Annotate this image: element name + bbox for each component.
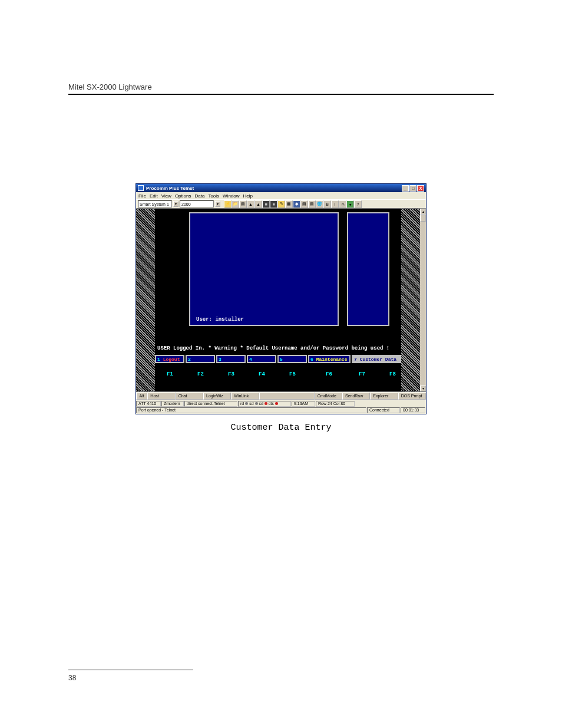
fkey-f5: F5 bbox=[289, 371, 296, 377]
lightning-icon[interactable]: ⚡ bbox=[224, 200, 232, 208]
fkey-f7: F7 bbox=[359, 371, 365, 377]
status-connected: Connected bbox=[367, 407, 400, 413]
tab-blank[interactable] bbox=[259, 393, 315, 400]
list1-icon[interactable]: ▤ bbox=[300, 200, 308, 208]
tab-explorer[interactable]: Explorer bbox=[370, 393, 398, 400]
tab-dosprmpt[interactable]: DOS Prmpt bbox=[398, 393, 426, 400]
softkey-6-maintenance[interactable]: 6 Maintenance bbox=[308, 355, 351, 363]
softkey-2[interactable]: 2 bbox=[186, 355, 215, 363]
fkey-f2: F2 bbox=[197, 371, 204, 377]
menu-edit[interactable]: Edit bbox=[150, 193, 158, 199]
fkey-f8: F8 bbox=[389, 371, 396, 377]
print-icon[interactable]: ⎙ bbox=[339, 200, 346, 208]
screen2-icon[interactable]: ■ bbox=[270, 200, 277, 208]
port-dropdown[interactable]: 2000 bbox=[180, 200, 214, 207]
menu-tools[interactable]: Tools bbox=[208, 193, 219, 199]
cts-led-icon bbox=[275, 402, 278, 405]
menu-options[interactable]: Options bbox=[175, 193, 191, 199]
screen1-icon[interactable]: ■ bbox=[262, 200, 270, 208]
down-icon[interactable]: ▲ bbox=[254, 200, 262, 208]
app-icon bbox=[138, 185, 144, 191]
fkey-f4: F4 bbox=[259, 371, 265, 377]
port-caret-icon[interactable]: ▾ bbox=[215, 201, 220, 207]
scroll-thumb[interactable] bbox=[420, 215, 426, 222]
softkey-7-customer-data[interactable]: 7 Customer Data bbox=[352, 355, 401, 363]
menu-view[interactable]: View bbox=[161, 193, 171, 199]
session-caret-icon[interactable]: ▾ bbox=[173, 201, 178, 207]
terminal-screen[interactable]: User: installer USER Logged In. * Warnin… bbox=[155, 209, 401, 391]
figure-caption: Customer Data Entry bbox=[135, 423, 427, 433]
status-time: 9:13AM bbox=[292, 401, 315, 407]
terminal-main-box bbox=[189, 212, 339, 326]
doc-icon[interactable]: ▤ bbox=[239, 200, 247, 208]
bottom-tabs: Alt Host Chat LoginWiz WinLink CmdMode S… bbox=[136, 391, 426, 400]
status-port: Port opened - Telnet bbox=[136, 407, 366, 413]
hatch-left bbox=[136, 209, 155, 391]
status-elapsed: 00:01:33 bbox=[401, 407, 425, 413]
softkey-4[interactable]: 4 bbox=[247, 355, 276, 363]
toolbar-icons: ⚡ 📁 ▤ ▲ ▲ ■ ■ ✎ ▦ ◆ ▤ ▤ 🌐 B i ⎙ ● bbox=[224, 200, 362, 208]
window-controls: _ □ X bbox=[402, 185, 424, 192]
vertical-scrollbar[interactable]: ▴ ▾ bbox=[420, 209, 426, 391]
help-icon[interactable]: ? bbox=[354, 200, 362, 208]
maximize-button[interactable]: □ bbox=[409, 185, 416, 192]
menu-file[interactable]: File bbox=[138, 193, 146, 199]
bold-icon[interactable]: B bbox=[323, 200, 331, 208]
status-conn-type: direct connect-Telnet bbox=[184, 401, 237, 407]
softkey-3[interactable]: 3 bbox=[216, 355, 246, 363]
tab-sendraw[interactable]: SendRaw bbox=[342, 393, 370, 400]
hatch-right bbox=[401, 209, 420, 391]
scroll-down-icon[interactable]: ▾ bbox=[420, 386, 426, 391]
blue1-icon[interactable]: ◆ bbox=[293, 200, 300, 208]
tab-chat[interactable]: Chat bbox=[176, 393, 203, 400]
tab-winlink[interactable]: WinLink bbox=[231, 393, 259, 400]
fkey-f6: F6 bbox=[326, 371, 332, 377]
session-value: Smart System 1 bbox=[140, 202, 169, 206]
tab-cmdmode[interactable]: CmdMode bbox=[315, 393, 342, 400]
page-number: 38 bbox=[68, 674, 193, 682]
list2-icon[interactable]: ▤ bbox=[308, 200, 316, 208]
up-icon[interactable]: ▲ bbox=[247, 200, 254, 208]
window-title: Procomm Plus Telnet bbox=[146, 186, 402, 191]
close-button[interactable]: X bbox=[417, 185, 424, 192]
tab-alt[interactable]: Alt bbox=[136, 393, 147, 400]
status-leds: rd sd cd cts bbox=[238, 401, 291, 407]
info-icon[interactable]: i bbox=[331, 200, 339, 208]
screenshot-figure: Procomm Plus Telnet _ □ X File Edit View… bbox=[135, 183, 427, 433]
tab-host[interactable]: Host bbox=[147, 393, 175, 400]
app-window: Procomm Plus Telnet _ □ X File Edit View… bbox=[135, 183, 427, 414]
session-dropdown[interactable]: Smart System 1 bbox=[138, 200, 172, 207]
fkey-row: F1 F2 F3 F4 F5 F6 F7 F8 bbox=[155, 371, 401, 378]
cd-led-icon bbox=[265, 402, 267, 405]
port-value: 2000 bbox=[181, 202, 191, 206]
green-icon[interactable]: ● bbox=[346, 200, 354, 208]
page-footer: 38 bbox=[68, 670, 193, 682]
status-bar-2: Port opened - Telnet Connected 00:01:33 bbox=[136, 407, 426, 414]
status-bar-1: ATT 4410 Zmodem direct connect-Telnet rd… bbox=[136, 400, 426, 407]
document-page: Mitel SX-2000 Lightware Procomm Plus Tel… bbox=[0, 0, 562, 728]
menu-data[interactable]: Data bbox=[194, 193, 204, 199]
rd-led-icon bbox=[245, 402, 248, 405]
softkey-1-logout[interactable]: 1 Logout bbox=[155, 355, 184, 363]
status-proto: Zmodem bbox=[161, 401, 184, 407]
menu-window[interactable]: Window bbox=[223, 193, 239, 199]
tab-loginwiz[interactable]: LoginWiz bbox=[203, 393, 231, 400]
titlebar: Procomm Plus Telnet _ □ X bbox=[136, 184, 426, 192]
folder-icon[interactable]: 📁 bbox=[232, 200, 239, 208]
header-rule bbox=[68, 94, 494, 95]
tool2-icon[interactable]: ▦ bbox=[285, 200, 293, 208]
page-header: Mitel SX-2000 Lightware bbox=[68, 83, 494, 91]
warning-line: USER Logged In. * Warning * Default User… bbox=[157, 345, 389, 351]
sd-led-icon bbox=[255, 402, 258, 405]
minimize-button[interactable]: _ bbox=[402, 185, 409, 192]
fkey-f1: F1 bbox=[167, 371, 173, 377]
menubar: File Edit View Options Data Tools Window… bbox=[136, 192, 426, 199]
menu-help[interactable]: Help bbox=[243, 193, 253, 199]
terminal-side-box bbox=[347, 212, 389, 326]
world-icon[interactable]: 🌐 bbox=[316, 200, 323, 208]
scroll-up-icon[interactable]: ▴ bbox=[420, 209, 426, 215]
softkey-5[interactable]: 5 bbox=[277, 355, 307, 363]
tool1-icon[interactable]: ✎ bbox=[277, 200, 285, 208]
user-line: User: installer bbox=[196, 317, 244, 322]
footer-rule bbox=[68, 670, 193, 670]
